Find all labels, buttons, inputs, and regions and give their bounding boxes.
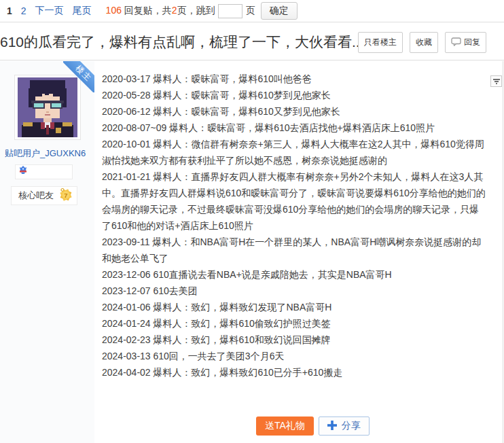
total-pages: 2 xyxy=(172,5,177,16)
post-line: 2020-08-07~09 爆料人：暧昧富哥，爆料610去酒店找他+爆料酒店床上… xyxy=(102,120,486,136)
jump-label: 页，跳到 xyxy=(177,5,215,16)
post-line: 2020-06-12 爆料人：暧昧富哥，爆料610又梦到见他家长 xyxy=(102,103,486,120)
pagination-summary: 106 回复贴，共2页，跳到 xyxy=(106,5,215,17)
post-line: 2020-05-28 爆料人：暧昧富哥，爆料610梦到见他家长 xyxy=(102,87,486,103)
share-label: 分享 xyxy=(342,420,361,432)
member-badge-box[interactable] xyxy=(15,164,73,179)
pagination-next-link[interactable]: 下一页 xyxy=(35,5,64,17)
reply-count: 106 xyxy=(106,5,122,16)
post-line: 2024-01-24 爆料人：致幻，爆料610偷致幻护照过美签 xyxy=(102,315,486,332)
gold-star-badge: 7 xyxy=(58,188,73,204)
member-title-box[interactable]: 核心吧友 7 xyxy=(11,186,77,205)
share-button[interactable]: 分享 xyxy=(319,417,370,436)
replies-label: 回复贴，共 xyxy=(124,5,172,16)
post-line: 2024-02-23 爆料人：致幻，爆料610和致幻说回国摊牌 xyxy=(102,332,486,348)
blue-medal-icon xyxy=(18,165,29,179)
pagination-page-2-link[interactable]: 2 xyxy=(21,5,26,16)
favorite-button[interactable]: 收藏 xyxy=(410,32,438,53)
reply-label: 回复 xyxy=(464,37,480,48)
pagination-current-page: 1 xyxy=(7,5,12,16)
svg-text:7: 7 xyxy=(64,192,67,199)
post-line: 2023-09-11 爆料人：和NBA富哥H在一个群里的某人，NBA富哥H嘲讽树… xyxy=(102,234,486,266)
op-ribbon: 楼主 xyxy=(63,61,94,92)
post-line: 2023-12-07 610去美团 xyxy=(102,283,486,299)
pagination-bar: 1 2 下一页 尾页 106 回复贴，共2页，跳到 页 确定 xyxy=(0,0,504,22)
reply-button[interactable]: 回复 xyxy=(445,32,486,53)
pagination-last-link[interactable]: 尾页 xyxy=(73,5,92,17)
post-content: 2020-03-17 爆料人：暧昧富哥，爆料610叫他爸爸2020-05-28 … xyxy=(102,61,486,380)
post-line: 2023-12-06 610直播说去看NBA+说是亲戚陪她去，其实是NBA富哥H xyxy=(102,266,486,283)
only-op-label: 只看楼主 xyxy=(364,37,397,48)
post-footer: 送TA礼物 分享 xyxy=(256,417,370,436)
send-gift-button[interactable]: 送TA礼物 xyxy=(256,417,314,436)
post-line: 2024-04-02 爆料人：致幻，爆料致幻610已分手+610搬走 xyxy=(102,364,486,380)
member-title-label: 核心吧友 xyxy=(18,190,54,202)
only-op-button[interactable]: 只看楼主 xyxy=(358,32,403,53)
jump-page-input[interactable] xyxy=(218,4,242,18)
post-menu-button[interactable] xyxy=(490,75,502,87)
post-line: 2020-10-01 爆料人：微信群有树奈奈+第三人，爆料人大概率在这2人其中，… xyxy=(102,136,486,169)
thread-header-buttons: 只看楼主 收藏 回复 xyxy=(358,32,486,53)
thread-title: 610的瓜看完了，爆料有点乱啊，梳理了一下，大伙看看... xyxy=(0,33,364,52)
op-ribbon-corner: 楼主 xyxy=(63,61,94,92)
jump-confirm-button[interactable]: 确定 xyxy=(261,2,298,20)
post-line: 2020-03-17 爆料人：暧昧富哥，爆料610叫他爸爸 xyxy=(102,71,486,87)
post-area: 楼主 贴吧用户_JGUXKN6 核心吧友 7 xyxy=(0,61,504,443)
thread-header: 610的瓜看完了，爆料有点乱啊，梳理了一下，大伙看看... 只看楼主 收藏 回复 xyxy=(0,22,504,60)
author-sidebar: 楼主 贴吧用户_JGUXKN6 核心吧友 7 xyxy=(0,61,94,443)
plus-icon xyxy=(327,421,337,432)
favorite-label: 收藏 xyxy=(416,37,432,48)
post-line: 2021-01-21 爆料人：直播界好友四人群大概率有树奈奈+另外2个未知人，爆… xyxy=(102,169,486,234)
author-username-link[interactable]: 贴吧用户_JGUXKN6 xyxy=(5,147,93,160)
dropdown-funnel-icon xyxy=(493,76,500,86)
speech-bubble-icon xyxy=(451,37,461,48)
post-line: 2024-03-13 610回，一共去了美团3个月6天 xyxy=(102,348,486,364)
page-unit-label: 页 xyxy=(246,5,255,17)
page-right-border xyxy=(503,61,503,443)
post-line: 2024-01-06 爆料人：致幻，爆料致幻发现了NBA富哥H xyxy=(102,299,486,315)
